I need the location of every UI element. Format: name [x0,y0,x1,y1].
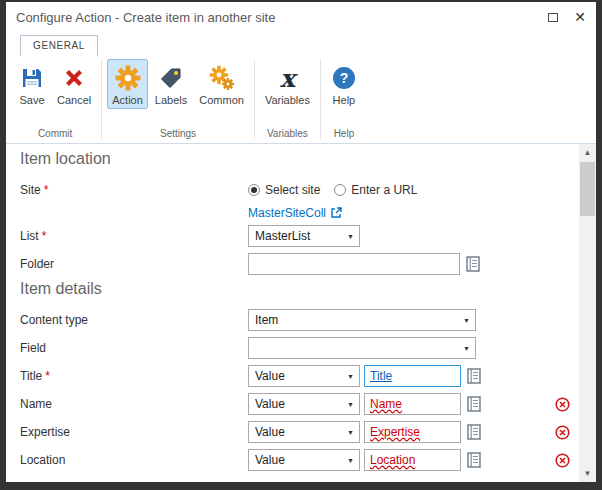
save-label: Save [19,94,44,106]
save-button[interactable]: Save [14,59,50,109]
tab-general[interactable]: GENERAL [20,35,98,56]
site-label: Site* [20,183,248,197]
list-dropdown[interactable]: MasterList ▼ [248,225,360,247]
name-row: Name Value ▼ Name [20,392,570,416]
external-link-icon [330,207,342,219]
expertise-remove-button[interactable] [555,425,570,440]
folder-label: Folder [20,257,248,271]
ribbon-separator [254,60,255,139]
labels-button[interactable]: Labels [150,59,192,109]
required-marker: * [45,369,50,383]
expertise-source-dropdown[interactable]: Value ▼ [248,421,360,443]
expertise-value-token: Expertise [370,425,420,439]
name-lookup-button[interactable] [467,396,481,412]
name-remove-button[interactable] [555,397,570,412]
group-label-variables: Variables [260,128,315,143]
site-link[interactable]: MasterSiteColl [248,206,342,220]
expertise-label: Expertise [20,425,248,439]
ribbon-group-settings: Action Labels [107,56,249,143]
ribbon-separator [101,60,102,139]
list-label: List* [20,229,248,243]
radio-select-site-label: Select site [265,183,320,197]
name-source-dropdown[interactable]: Value ▼ [248,393,360,415]
window-buttons: ✕ [548,10,586,24]
radio-select-site[interactable]: Select site [248,183,320,197]
location-label: Location [20,453,248,467]
group-label-commit: Commit [14,128,96,143]
group-label-help: Help [326,128,362,143]
location-value-input[interactable]: Location [364,449,461,471]
variables-button[interactable]: x Variables [260,59,315,109]
ribbon-tab-row: GENERAL [6,32,596,56]
expertise-value-input[interactable]: Expertise [364,421,461,443]
content-type-label: Content type [20,313,248,327]
ribbon-separator [320,60,321,139]
common-button[interactable]: Common [194,59,249,109]
tag-icon [160,63,182,93]
action-button[interactable]: Action [107,59,148,109]
action-label: Action [112,94,143,106]
chevron-down-icon: ▼ [342,394,359,414]
scroll-down-icon[interactable]: ▼ [579,465,596,482]
location-source-dropdown[interactable]: Value ▼ [248,449,360,471]
dialog-window: Configure Action - Create item in anothe… [6,2,596,482]
help-icon: ? [333,63,355,93]
ribbon: Save Cancel Commit [6,56,596,144]
expertise-source-value: Value [255,425,285,439]
section-item-details: Item details [20,280,102,298]
common-label: Common [199,94,244,106]
required-marker: * [42,229,47,243]
action-gear-icon [115,63,141,93]
ribbon-group-variables: x Variables Variables [260,56,315,143]
scroll-up-icon[interactable]: ▲ [579,144,596,161]
help-button[interactable]: ? Help [326,59,362,109]
radio-selected-icon [248,184,260,196]
location-lookup-button[interactable] [467,452,481,468]
titlebar: Configure Action - Create item in anothe… [6,2,596,32]
name-source-value: Value [255,397,285,411]
vertical-scrollbar[interactable]: ▲ ▼ [579,144,596,482]
chevron-down-icon: ▼ [458,338,475,358]
title-label: Title* [20,369,248,383]
folder-row: Folder [20,252,570,276]
chevron-down-icon: ▼ [458,310,475,330]
site-link-text: MasterSiteColl [248,206,326,220]
folder-lookup-button[interactable] [466,256,480,272]
cancel-icon [63,63,85,93]
name-value-input[interactable]: Name [364,393,461,415]
expertise-row: Expertise Value ▼ Expertise [20,420,570,444]
field-dropdown[interactable]: ▼ [248,337,476,359]
required-marker: * [44,183,49,197]
location-remove-button[interactable] [555,453,570,468]
content-type-row: Content type Item ▼ [20,308,570,332]
location-value-token: Location [370,453,415,467]
field-label: Field [20,341,248,355]
location-row: Location Value ▼ Location [20,448,570,472]
title-value-token: Title [370,369,392,383]
content-type-dropdown-value: Item [255,313,278,327]
location-source-value: Value [255,453,285,467]
ribbon-group-help: ? Help Help [326,56,362,143]
save-icon [20,63,44,93]
radio-unselected-icon [334,184,346,196]
maximize-icon[interactable] [548,13,558,22]
scroll-thumb[interactable] [580,162,595,216]
radio-enter-url-label: Enter a URL [351,183,417,197]
folder-input[interactable] [248,253,460,275]
title-source-dropdown[interactable]: Value ▼ [248,365,360,387]
field-row: Field ▼ [20,336,570,360]
gears-icon [209,63,235,93]
radio-enter-url[interactable]: Enter a URL [334,183,417,197]
close-icon[interactable]: ✕ [574,10,586,24]
ribbon-group-commit: Save Cancel Commit [14,56,96,143]
cancel-label: Cancel [57,94,91,106]
variables-label: Variables [265,94,310,106]
title-lookup-button[interactable] [467,368,481,384]
title-value-input[interactable]: Title [364,365,461,387]
cancel-button[interactable]: Cancel [52,59,96,109]
chevron-down-icon: ▼ [342,450,359,470]
site-link-row: MasterSiteColl [20,201,570,225]
content-type-dropdown[interactable]: Item ▼ [248,309,476,331]
expertise-lookup-button[interactable] [467,424,481,440]
chevron-down-icon: ▼ [342,366,359,386]
